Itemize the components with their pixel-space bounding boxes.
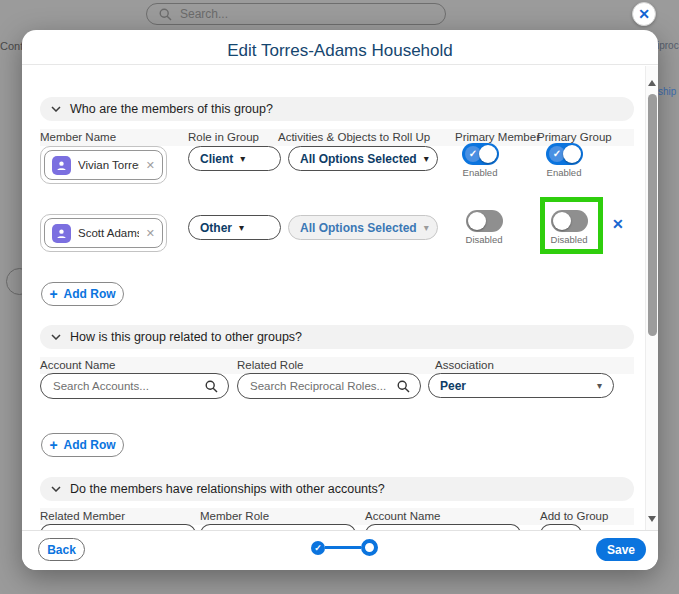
reciprocal-role-search-input[interactable] — [250, 380, 391, 392]
modal-footer: Back ✓ Save — [22, 530, 658, 570]
section-heading: Do the members have relationships with o… — [70, 482, 385, 496]
col-member-name: Member Name — [40, 131, 116, 143]
add-row-label: Add Row — [64, 287, 116, 301]
account-search-field[interactable] — [40, 373, 229, 399]
association-select[interactable]: Peer ▾ — [428, 373, 614, 398]
toggle-knob — [468, 212, 486, 230]
search-input[interactable] — [180, 7, 433, 21]
section-related-groups-header[interactable]: How is this group related to other group… — [40, 325, 634, 349]
search-icon — [205, 380, 218, 393]
modal-scrollbar[interactable] — [645, 66, 658, 530]
chevron-down-icon — [51, 334, 61, 340]
col-primary-group: Primary Group — [537, 131, 612, 143]
col-role-in-group: Role in Group — [188, 131, 259, 143]
background-clipped-text: iproc — [657, 40, 679, 51]
col-association: Association — [435, 359, 494, 371]
account-search-input[interactable] — [53, 380, 199, 392]
activities-dropdown[interactable]: All Options Selected ▾ — [288, 146, 438, 171]
col-account-name: Account Name — [365, 510, 440, 522]
association-value: Peer — [440, 379, 466, 393]
search-icon — [159, 8, 172, 21]
member-lookup-field: Vivian Torres ✕ — [40, 146, 167, 184]
member-chip: Vivian Torres ✕ — [44, 150, 163, 180]
chevron-down-icon — [51, 486, 61, 492]
role-dropdown[interactable]: Other ▾ — [188, 215, 281, 240]
save-label: Save — [607, 543, 635, 557]
contact-avatar — [52, 156, 71, 175]
search-icon — [397, 380, 410, 393]
col-activities: Activities & Objects to Roll Up — [278, 131, 430, 143]
primary-group-toggle[interactable] — [551, 210, 588, 232]
member-chip: Scott Adams ✕ — [44, 218, 163, 248]
role-dropdown[interactable]: Client ▾ — [188, 146, 281, 171]
activities-value: All Options Selected — [300, 152, 417, 166]
toggle-knob — [479, 145, 497, 163]
modal-title: Edit Torres-Adams Household — [22, 41, 658, 61]
remove-chip-icon[interactable]: ✕ — [146, 160, 155, 171]
section-relationships-header[interactable]: Do the members have relationships with o… — [40, 477, 634, 501]
caret-down-icon: ▾ — [239, 223, 244, 233]
add-row-button[interactable]: + Add Row — [41, 433, 124, 457]
edit-household-modal: Edit Torres-Adams Household Who are the … — [22, 30, 658, 570]
toggle-state-label: Enabled — [534, 167, 594, 178]
toggle-state-label: Disabled — [539, 234, 599, 245]
primary-group-toggle[interactable]: ✓ — [546, 143, 583, 165]
chevron-down-icon — [51, 106, 61, 112]
col-member-role: Member Role — [200, 510, 269, 522]
column-header-strip — [40, 357, 634, 374]
add-row-button[interactable]: + Add Row — [41, 282, 124, 306]
toggle-state-label: Enabled — [450, 167, 510, 178]
global-search-bar[interactable] — [146, 3, 446, 25]
person-icon — [56, 228, 67, 239]
toggle-knob — [563, 145, 581, 163]
save-button[interactable]: Save — [596, 538, 646, 561]
member-name: Vivian Torres — [78, 159, 139, 171]
add-row-label: Add Row — [64, 438, 116, 452]
divider — [22, 64, 658, 65]
col-account-name: Account Name — [40, 359, 115, 371]
caret-down-icon: ▾ — [240, 154, 245, 164]
scroll-down-arrow-icon[interactable] — [648, 516, 656, 522]
reciprocal-role-search-field[interactable] — [237, 373, 421, 399]
section-heading: How is this group related to other group… — [70, 330, 302, 344]
background-clipped-link: ship G — [658, 86, 679, 97]
step-current-dot — [361, 539, 378, 556]
remove-row-icon[interactable]: ✕ — [612, 217, 624, 231]
progress-connector — [325, 546, 361, 549]
contact-avatar — [52, 224, 71, 243]
section-members-header[interactable]: Who are the members of this group? — [40, 97, 634, 121]
col-related-role: Related Role — [237, 359, 303, 371]
scrollbar-thumb[interactable] — [648, 94, 657, 336]
screen: Contac iproc ship G ✕ Edit Torres-Adams … — [0, 0, 679, 594]
col-add-to-group: Add to Group — [540, 510, 608, 522]
caret-down-icon: ▾ — [424, 154, 429, 164]
caret-down-icon: ▾ — [424, 223, 429, 233]
scroll-up-arrow-icon[interactable] — [648, 80, 656, 86]
primary-member-toggle[interactable]: ✓ — [462, 143, 499, 165]
back-label: Back — [47, 543, 76, 557]
section-heading: Who are the members of this group? — [70, 102, 273, 116]
step-complete-dot: ✓ — [311, 541, 325, 555]
person-icon — [56, 160, 67, 171]
activities-dropdown-disabled: All Options Selected ▾ — [288, 215, 438, 240]
plus-icon: + — [49, 287, 57, 301]
caret-down-icon: ▾ — [597, 381, 602, 391]
role-value: Client — [200, 152, 233, 166]
toggle-knob — [553, 212, 571, 230]
member-lookup-field: Scott Adams ✕ — [40, 214, 167, 252]
plus-icon: + — [49, 438, 57, 452]
activities-value: All Options Selected — [300, 221, 417, 235]
close-icon: ✕ — [638, 6, 650, 22]
col-related-member: Related Member — [40, 510, 125, 522]
col-primary-member: Primary Member — [455, 131, 540, 143]
primary-member-toggle[interactable] — [466, 210, 503, 232]
back-button[interactable]: Back — [38, 538, 85, 561]
check-icon: ✓ — [314, 543, 322, 553]
toggle-state-label: Disabled — [454, 234, 514, 245]
wizard-progress-indicator: ✓ — [311, 539, 378, 556]
member-name: Scott Adams — [78, 227, 139, 239]
role-value: Other — [200, 221, 232, 235]
remove-chip-icon[interactable]: ✕ — [146, 228, 155, 239]
close-modal-button[interactable]: ✕ — [632, 2, 656, 26]
